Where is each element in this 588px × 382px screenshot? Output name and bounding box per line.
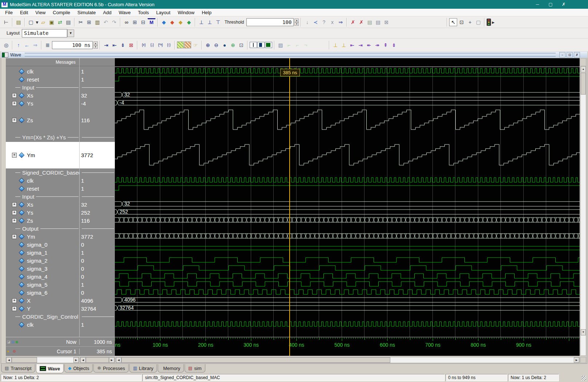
tab-objects[interactable]: ◆Objects bbox=[64, 364, 93, 373]
wave-window-titlebar[interactable]: Wave −⊡✗ bbox=[1, 52, 587, 58]
scroll-right-icon[interactable]: ▶ bbox=[574, 357, 579, 363]
time-cursor-line[interactable] bbox=[289, 58, 290, 356]
delete-cursor-icon[interactable]: ⊥ bbox=[340, 41, 348, 49]
add-wave-icon[interactable]: M bbox=[148, 18, 156, 26]
messages-column-header[interactable]: Messages bbox=[6, 58, 79, 66]
scroll-left-icon[interactable]: ◀ bbox=[80, 357, 86, 363]
scroll-down-icon[interactable]: ▼ bbox=[581, 329, 586, 335]
h-scroll-thumb[interactable] bbox=[12, 357, 37, 363]
prev-transition-icon[interactable]: ⇤ bbox=[348, 41, 356, 49]
wave-h-scrollbar[interactable]: ◀ ▶ bbox=[116, 357, 580, 363]
menu-compile[interactable]: Compile bbox=[49, 9, 74, 16]
view-cursor-icon[interactable] bbox=[250, 42, 257, 48]
expand-icon[interactable]: + bbox=[12, 234, 17, 239]
minimize-button[interactable]: ─ bbox=[532, 1, 543, 8]
cursor1-value[interactable]: 385 ns bbox=[79, 349, 115, 354]
add-selected-icon[interactable]: ◆ bbox=[160, 18, 168, 26]
menu-simulate[interactable]: Simulate bbox=[74, 9, 100, 16]
h-scroll-thumb[interactable] bbox=[121, 357, 390, 363]
run-length-spinner[interactable]: ▲▼ bbox=[93, 41, 98, 49]
menu-tools[interactable]: Tools bbox=[134, 9, 152, 16]
refresh-view-icon[interactable]: ◎ bbox=[2, 41, 10, 49]
view-values-icon[interactable] bbox=[257, 42, 265, 48]
cut-icon[interactable]: ✂ bbox=[77, 18, 85, 26]
tab-processes[interactable]: ☸Processes bbox=[93, 364, 128, 373]
zoom-out-icon[interactable]: ⊖ bbox=[212, 41, 220, 49]
cut-right-icon[interactable]: ✗ bbox=[357, 18, 365, 26]
signal-name-row[interactable]: +Xs bbox=[6, 91, 79, 99]
zoom-in-icon[interactable]: ⊕ bbox=[204, 41, 212, 49]
view-wave-icon[interactable] bbox=[265, 42, 272, 48]
edit-cursor-icon[interactable]: ⌐ bbox=[10, 350, 12, 353]
signal-name-row[interactable]: clk bbox=[6, 176, 79, 184]
signal-name-row[interactable]: reset bbox=[6, 75, 79, 83]
signal-name-row[interactable]: +Ym bbox=[6, 142, 79, 168]
clear-icon[interactable]: ⊠ bbox=[382, 18, 390, 26]
spin-down-icon[interactable]: ▼ bbox=[93, 45, 98, 49]
waveform-row[interactable] bbox=[115, 75, 580, 83]
redo-icon[interactable]: ↷ bbox=[110, 18, 118, 26]
expand-icon[interactable]: + bbox=[12, 218, 17, 223]
waveform-row[interactable]: 32 bbox=[115, 200, 580, 208]
signal-name-row[interactable]: sigma_1 bbox=[6, 248, 79, 256]
signal-name-row[interactable]: sigma_3 bbox=[6, 264, 79, 272]
continue-run-icon[interactable]: ⇤ bbox=[110, 41, 118, 49]
doc-check-icon[interactable]: ▤ bbox=[366, 18, 374, 26]
waveform-row[interactable] bbox=[115, 132, 580, 142]
waveform-row[interactable]: 32764 bbox=[115, 304, 580, 312]
signal-name-row[interactable]: sigma_5 bbox=[6, 280, 79, 289]
tab-library[interactable]: ▥Library bbox=[129, 364, 157, 373]
cursor-time-flag[interactable]: 385 ns bbox=[280, 69, 300, 76]
zoom-range-icon[interactable]: ⊕ bbox=[229, 41, 237, 49]
edge-fall-icon[interactable]: ¬ bbox=[302, 41, 310, 49]
waveform-row[interactable] bbox=[115, 176, 580, 184]
remove-cursor-icon[interactable]: ⊖ bbox=[13, 350, 16, 353]
insert-selected-icon[interactable]: ◆ bbox=[185, 18, 193, 26]
filter-split-icon[interactable]: ≺ bbox=[311, 18, 319, 26]
spin-down-icon[interactable]: ▼ bbox=[294, 22, 299, 26]
expand-icon[interactable]: + bbox=[12, 210, 17, 215]
waveform-row[interactable] bbox=[115, 168, 580, 176]
traffic-dropdown-icon[interactable]: ▸ bbox=[491, 18, 495, 26]
waveform-row[interactable]: 4096 bbox=[115, 296, 580, 304]
signal-name-row[interactable]: +Zs bbox=[6, 216, 79, 224]
new-file-icon[interactable]: ▢ bbox=[27, 18, 35, 26]
back-icon[interactable]: ← bbox=[23, 41, 31, 49]
next-rising-icon[interactable]: ⇟ bbox=[390, 41, 398, 49]
step-out-icon[interactable]: {↑} bbox=[165, 41, 173, 49]
waveform-row[interactable] bbox=[115, 288, 580, 296]
signal-name-row[interactable]: clk bbox=[6, 321, 79, 329]
wave-minimize-button[interactable]: − bbox=[559, 52, 565, 57]
filter-x-icon[interactable]: x bbox=[328, 18, 336, 26]
waveform-row[interactable] bbox=[115, 184, 580, 192]
bookmark-icon[interactable]: ▤ bbox=[11, 340, 14, 344]
doc-edit-icon[interactable]: ▤ bbox=[374, 18, 382, 26]
signal-name-row[interactable]: reset bbox=[6, 184, 79, 192]
forward-icon[interactable]: ⇒ bbox=[31, 41, 39, 49]
signal-name-row[interactable]: sigma_4 bbox=[6, 272, 79, 280]
grid-pattern-icon[interactable]: ▨ bbox=[277, 41, 285, 49]
vertical-scroll-thumb[interactable] bbox=[581, 73, 586, 95]
run-all-icon[interactable]: ⇟ bbox=[119, 41, 127, 49]
stop-request-icon[interactable] bbox=[487, 19, 491, 26]
waveform-row[interactable] bbox=[115, 320, 580, 328]
signal-name-row[interactable]: sigma_6 bbox=[6, 289, 79, 297]
prev-falling-icon[interactable]: ↞ bbox=[365, 41, 373, 49]
expand-icon[interactable]: + bbox=[12, 202, 17, 207]
signal-name-row[interactable]: clk bbox=[6, 67, 79, 75]
threshold-icon[interactable]: ⊤ bbox=[214, 18, 222, 26]
tab-transcript[interactable]: ▤Transcript bbox=[1, 364, 35, 373]
waveform-row[interactable] bbox=[115, 232, 580, 240]
scroll-right-icon[interactable]: ▶ bbox=[73, 357, 79, 363]
menu-window[interactable]: Window bbox=[174, 9, 198, 16]
zoom-copy-icon[interactable]: ⊡ bbox=[237, 41, 245, 49]
close-button[interactable]: ✗ bbox=[558, 1, 569, 8]
divider-row[interactable]: Input bbox=[6, 83, 79, 91]
waveform-row[interactable]: -4 bbox=[115, 99, 580, 107]
values-h-scrollbar[interactable]: ◀ ▶ bbox=[80, 357, 115, 363]
filter-unknown-icon[interactable]: ? bbox=[320, 18, 328, 26]
expand-icon[interactable]: ⊞ bbox=[131, 18, 139, 26]
new-file-dropdown-icon[interactable]: ▾ bbox=[35, 18, 39, 26]
next-falling-icon[interactable]: ↠ bbox=[373, 41, 381, 49]
edge-high-icon[interactable]: ⌐ bbox=[293, 41, 301, 49]
